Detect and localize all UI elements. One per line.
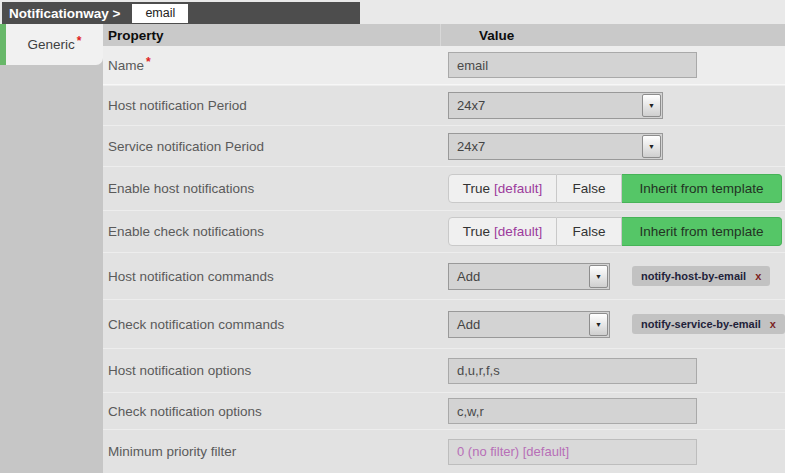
enable-host-notifications-button-group: True[default]FalseInherit from template [448, 174, 782, 203]
property-label-text: Minimum priority filter [108, 444, 236, 459]
enable-check-notifications-option-false[interactable]: False [557, 217, 622, 246]
property-label-text: Service notification Period [108, 139, 264, 154]
property-label: Check notification commands [103, 317, 440, 332]
breadcrumb-section: Notificationway > [2, 6, 120, 21]
host-notification-options-input[interactable]: d,u,r,f,s [448, 358, 697, 384]
select-value: Add [457, 317, 480, 332]
property-row-host-notification-options: Host notification optionsd,u,r,f,s [103, 348, 785, 392]
property-row-host-notification-period: Host notification Period24x7▼ [103, 85, 785, 125]
enable-host-notifications-option-true[interactable]: True[default] [448, 174, 557, 203]
badge-notify-service-by-email: notify-service-by-emailx [632, 314, 785, 334]
breadcrumb: Notificationway > email [2, 2, 360, 24]
enable-check-notifications-button-group: True[default]FalseInherit from template [448, 217, 782, 246]
select-value: Add [457, 269, 480, 284]
property-label: Name* [103, 58, 440, 73]
enable-host-notifications-option-inherit-from-template[interactable]: Inherit from template [622, 174, 782, 203]
enable-host-notifications-option-false[interactable]: False [557, 174, 622, 203]
property-value: Add▼notify-host-by-emailx [440, 263, 785, 290]
property-value: 24x7▼ [440, 92, 785, 119]
property-row-host-notification-commands: Host notification commandsAdd▼notify-hos… [103, 252, 785, 299]
button-label: False [572, 181, 605, 196]
property-value: Add▼notify-service-by-emailx [440, 311, 785, 338]
button-label: False [572, 224, 605, 239]
property-row-enable-host-notifications: Enable host notificationsTrue[default]Fa… [103, 166, 785, 210]
minimum-priority-filter-input[interactable]: 0 (no filter) [default] [448, 439, 697, 465]
dropdown-arrow-icon[interactable]: ▼ [589, 265, 608, 288]
input-value: 0 (no filter) [default] [457, 444, 569, 459]
property-label-text: Enable host notifications [108, 181, 254, 196]
property-label-text: Host notification commands [108, 269, 274, 284]
required-asterisk: * [146, 55, 151, 69]
select-value: 24x7 [457, 98, 485, 113]
input-value: c,w,r [457, 404, 484, 419]
sidebar: Generic* [0, 24, 103, 473]
tab-generic-label: Generic [28, 37, 75, 52]
property-label: Minimum priority filter [103, 444, 440, 459]
property-label: Enable host notifications [103, 181, 440, 196]
required-asterisk: * [77, 34, 82, 48]
breadcrumb-item-name[interactable]: email [132, 4, 188, 23]
property-label: Enable check notifications [103, 224, 440, 239]
select-value: 24x7 [457, 139, 485, 154]
check-notification-options-input[interactable]: c,w,r [448, 398, 697, 424]
badge-label: notify-service-by-email [641, 318, 761, 330]
host-notification-commands-select[interactable]: Add▼ [448, 263, 610, 290]
button-label: Inherit from template [640, 224, 764, 239]
remove-badge-button[interactable]: x [755, 270, 761, 282]
properties-panel: Property Value Name*emailHost notificati… [103, 24, 785, 473]
property-row-enable-check-notifications: Enable check notificationsTrue[default]F… [103, 210, 785, 252]
property-row-minimum-priority-filter: Minimum priority filter0 (no filter) [de… [103, 429, 785, 473]
host-notification-period-select[interactable]: 24x7▼ [448, 92, 663, 119]
badge-notify-host-by-email: notify-host-by-emailx [632, 266, 770, 286]
check-notification-commands-select[interactable]: Add▼ [448, 311, 610, 338]
property-label-text: Check notification options [108, 404, 262, 419]
tab-generic[interactable]: Generic* [0, 24, 103, 65]
default-suffix: [default] [494, 224, 542, 239]
property-rows: Name*emailHost notification Period24x7▼S… [103, 46, 785, 473]
property-label: Host notification commands [103, 269, 440, 284]
property-column-header: Property [103, 24, 440, 46]
property-label: Check notification options [103, 404, 440, 419]
value-column-header: Value [440, 24, 785, 46]
property-row-check-notification-commands: Check notification commandsAdd▼notify-se… [103, 299, 785, 348]
dropdown-arrow-icon[interactable]: ▼ [642, 94, 661, 117]
property-label-text: Enable check notifications [108, 224, 264, 239]
default-suffix: [default] [494, 181, 542, 196]
property-row-name: Name*email [103, 46, 785, 85]
property-value: True[default]FalseInherit from template [440, 217, 785, 246]
property-label-text: Check notification commands [108, 317, 284, 332]
property-row-check-notification-options: Check notification optionsc,w,r [103, 392, 785, 429]
property-value: 24x7▼ [440, 133, 785, 160]
enable-check-notifications-option-true[interactable]: True[default] [448, 217, 557, 246]
property-label-text: Host notification Period [108, 98, 247, 113]
table-header: Property Value [103, 24, 785, 46]
input-value: email [457, 58, 488, 73]
enable-check-notifications-option-inherit-from-template[interactable]: Inherit from template [622, 217, 782, 246]
remove-badge-button[interactable]: x [770, 318, 776, 330]
input-value: d,u,r,f,s [457, 363, 500, 378]
property-label: Host notification Period [103, 98, 440, 113]
button-label: Inherit from template [640, 181, 764, 196]
property-label-text: Name [108, 58, 144, 73]
property-value: d,u,r,f,s [440, 358, 785, 384]
badge-label: notify-host-by-email [641, 270, 746, 282]
button-label: True [463, 181, 490, 196]
property-row-service-notification-period: Service notification Period24x7▼ [103, 125, 785, 166]
property-label: Service notification Period [103, 139, 440, 154]
button-label: True [463, 224, 490, 239]
property-value: email [440, 52, 785, 78]
property-value: c,w,r [440, 398, 785, 424]
service-notification-period-select[interactable]: 24x7▼ [448, 133, 663, 160]
property-label-text: Host notification options [108, 363, 251, 378]
dropdown-arrow-icon[interactable]: ▼ [589, 313, 608, 336]
dropdown-arrow-icon[interactable]: ▼ [642, 135, 661, 158]
property-label: Host notification options [103, 363, 440, 378]
property-value: 0 (no filter) [default] [440, 439, 785, 465]
name-input[interactable]: email [448, 52, 697, 78]
property-value: True[default]FalseInherit from template [440, 174, 785, 203]
